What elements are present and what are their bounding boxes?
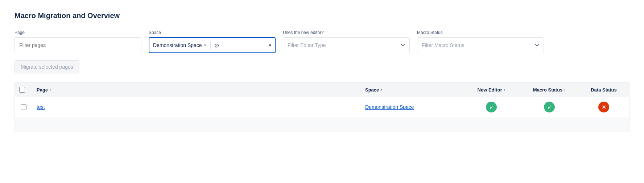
th-page: Page ↕ [32,87,361,93]
th-space: Space ↕ [361,87,462,93]
space-filter-clear-icon[interactable]: ⊘ [214,42,219,49]
page-filter-label: Page [15,30,141,35]
th-new-editor: New Editor ↕ [462,87,520,93]
th-macro-status: Macro Status ↕ [520,87,578,93]
space-filter-divider [210,42,211,49]
space-filter-dropdown-icon[interactable]: ▾ [269,42,271,48]
th-checkbox [15,87,32,93]
macro-status-sort-icon[interactable]: ↕ [564,88,566,92]
space-tag: Demonstration Space × [153,42,207,48]
td-space: Demonstration Space [361,104,462,110]
page-filter-input[interactable] [15,37,141,53]
space-filter-wrapper[interactable]: Demonstration Space × ⊘ ▾ [149,37,276,53]
space-tag-remove-icon[interactable]: × [204,43,207,48]
macro-filter-select[interactable]: Filter Macro Status [417,37,544,53]
page-sort-icon[interactable]: ↕ [49,88,51,92]
table-row: test Demonstration Space ✓ ✓ ✕ [15,97,629,117]
space-tag-text: Demonstration Space [153,42,202,48]
data-status-error-icon: ✕ [598,102,609,112]
empty-row [15,117,629,132]
td-page: test [32,104,361,110]
space-filter-group: Space Demonstration Space × ⊘ ▾ [149,30,276,53]
space-filter-label: Space [149,30,276,35]
page-title: Macro Migration and Overview [15,12,629,20]
td-macro-status: ✓ [520,102,578,112]
th-data-status: Data Status [578,87,629,93]
space-link[interactable]: Demonstration Space [365,104,414,110]
editor-filter-label: Uses the new editor? [283,30,410,35]
row-checkbox[interactable] [21,104,26,110]
new-editor-check-icon: ✓ [486,102,497,112]
editor-filter-select[interactable]: Filter Editor Type [283,37,410,53]
td-checkbox [15,104,32,110]
editor-filter-group: Uses the new editor? Filter Editor Type [283,30,410,53]
page-link[interactable]: test [37,104,45,110]
macro-filter-label: Macro Status [417,30,544,35]
page-filter-group: Page [15,30,141,53]
space-sort-icon[interactable]: ↕ [380,88,382,92]
td-new-editor: ✓ [462,102,520,112]
data-table: Page ↕ Space ↕ New Editor ↕ Macro Status… [15,82,629,132]
new-editor-sort-icon[interactable]: ↕ [503,88,505,92]
header-checkbox[interactable] [19,87,25,93]
macro-filter-group: Macro Status Filter Macro Status [417,30,544,53]
td-data-status: ✕ [578,102,629,112]
macro-status-check-icon: ✓ [544,102,555,112]
migrate-selected-button[interactable]: Migrate selected pages [15,60,79,73]
filters-row: Page Space Demonstration Space × ⊘ ▾ Use… [15,30,629,53]
table-header: Page ↕ Space ↕ New Editor ↕ Macro Status… [15,82,629,97]
